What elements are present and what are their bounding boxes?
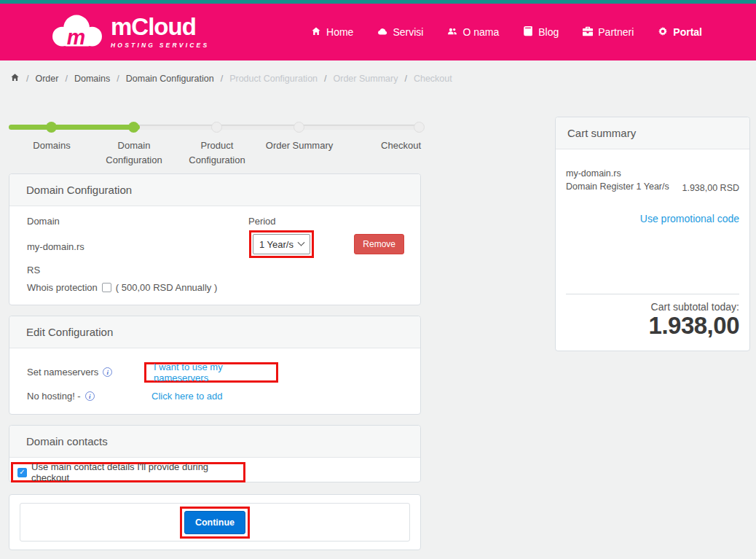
brand-name: mCloud [111,15,209,39]
domain-contacts-panel: Domain contacts Use main contact details… [9,425,421,482]
no-hosting-row: No hosting! - i [27,391,95,402]
cart-subtotal-label: Cart subtotal today: [566,301,739,313]
continue-button[interactable]: Continue [184,511,245,534]
step-label-checkout: Checkout [363,138,421,153]
briefcase-icon [583,26,593,39]
step-dot-checkout [414,122,425,133]
domain-name: my-domain.rs [27,241,84,252]
checkout-progress-bar [9,125,421,130]
main-contact-checkbox[interactable] [17,468,27,477]
cloud-logo-icon: m [47,9,108,55]
panel-title: Domain contacts [9,426,420,458]
cart-summary-panel: Cart summary my-domain.rs Domain Registe… [555,117,750,351]
breadcrumb-product-configuration: Product Configuration [229,74,318,84]
gear-icon [658,26,668,39]
brand-tagline: HOSTING SERVICES [111,42,209,49]
whois-protection-row: Whois protection ( 500,00 RSD Annually ) [27,282,217,293]
info-icon[interactable]: i [85,391,95,401]
continue-inner-box: Continue [20,503,410,542]
step-dot-domain-configuration [128,122,139,133]
nav-item-partneri[interactable]: Partneri [583,26,634,39]
step-dot-domains [46,122,57,133]
domain-configuration-panel: Domain Configuration Domain Period my-do… [9,173,421,305]
main-nav: Home Servisi O nama Blog Partneri Portal [311,26,702,39]
cart-item-row: my-domain.rs Domain Register 1 Year/s 1.… [566,167,739,193]
main-contact-label: Use main contact details I'll provide du… [31,461,243,483]
domain-column-label: Domain [27,216,60,227]
click-here-to-add-link[interactable]: Click here to add [151,391,223,402]
info-icon[interactable]: i [103,367,112,377]
chevron-down-icon [298,238,305,246]
breadcrumb-checkout: Checkout [414,74,452,84]
breadcrumb-order-summary: Order Summary [334,74,398,84]
edit-configuration-panel: Edit Configuration Set nameservers i I w… [9,316,421,415]
set-nameservers-row: Set nameservers i [27,367,112,378]
step-dot-product-configuration [211,122,222,133]
page: m mCloud HOSTING SERVICES Home Servisi O… [0,0,756,559]
domain-tld: RS [27,265,40,275]
cart-body: my-domain.rs Domain Register 1 Year/s 1.… [556,149,749,351]
nav-item-o-nama[interactable]: O nama [447,26,499,39]
site-header: m mCloud HOSTING SERVICES Home Servisi O… [0,4,756,60]
panel-title: Edit Configuration [9,316,420,348]
nav-item-home[interactable]: Home [311,26,353,39]
set-nameservers-label: Set nameservers [27,367,98,378]
annotation-box-continue: Continue [180,507,250,539]
whois-protection-label: Whois protection [27,282,98,293]
cart-divider [566,294,739,294]
panel-title: Cart summary [556,117,749,149]
period-select[interactable]: 1 Year/s [253,234,310,254]
panel-title: Domain Configuration [9,174,420,206]
breadcrumb-domains[interactable]: Domains [74,74,110,84]
progress-fill [9,125,140,130]
annotation-box-period-select: 1 Year/s [249,230,314,258]
cart-item-domain: my-domain.rs [566,167,669,180]
breadcrumb-order[interactable]: Order [35,74,58,84]
annotation-box-main-contact: Use main contact details I'll provide du… [11,462,245,482]
cart-subtotal-value: 1.938,00 [566,313,739,339]
breadcrumb-domain-configuration[interactable]: Domain Configuration [126,74,214,84]
home-icon[interactable] [10,73,20,85]
step-label-product-configuration: Product Configuration [176,138,258,167]
period-column-label: Period [248,216,276,227]
cart-item-description: Domain Register 1 Year/s [566,180,669,193]
users-icon [447,26,457,39]
nav-item-servisi[interactable]: Servisi [377,26,423,39]
step-label-domain-configuration: Domain Configuration [93,138,175,167]
cloud-icon [377,26,387,39]
remove-button[interactable]: Remove [354,234,404,254]
promotional-code-link[interactable]: Use promotional code [640,213,739,224]
cart-item-price: 1.938,00 RSD [682,183,739,193]
home-icon [311,26,321,39]
nav-item-portal[interactable]: Portal [658,26,702,39]
step-dot-order-summary [294,122,304,133]
svg-text:m: m [67,26,85,49]
annotation-box-nameservers-link: I want to use my nameservers [144,362,278,383]
whois-protection-checkbox[interactable] [102,283,111,292]
breadcrumb: / Order / Domains / Domain Configuration… [10,73,452,85]
book-icon [523,26,533,39]
step-label-domains: Domains [11,138,92,153]
continue-panel: Continue [9,494,421,550]
nav-item-blog[interactable]: Blog [523,26,559,39]
whois-protection-price: ( 500,00 RSD Annually ) [116,282,217,293]
no-hosting-label: No hosting! - [27,391,81,402]
brand-logo[interactable]: m mCloud HOSTING SERVICES [47,9,209,55]
step-label-order-summary: Order Summary [259,138,340,153]
use-my-nameservers-link[interactable]: I want to use my nameservers [154,361,276,383]
